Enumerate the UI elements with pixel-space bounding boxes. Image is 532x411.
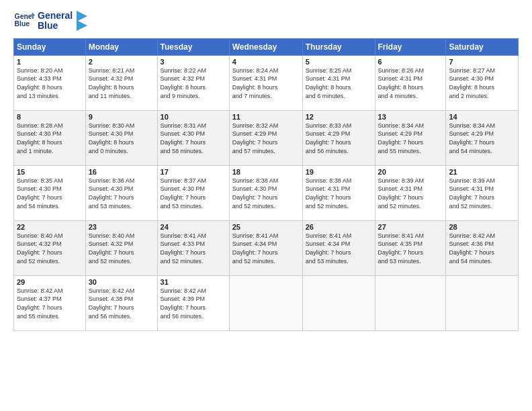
day-number: 1 xyxy=(17,58,83,66)
calendar-week-row: 8Sunrise: 8:28 AM Sunset: 4:30 PM Daylig… xyxy=(14,110,519,165)
calendar-cell: 27Sunrise: 8:41 AM Sunset: 4:35 PM Dayli… xyxy=(375,220,446,275)
col-header-thursday: Thursday xyxy=(302,38,375,55)
calendar-cell: 22Sunrise: 8:40 AM Sunset: 4:32 PM Dayli… xyxy=(14,220,86,275)
calendar-cell: 30Sunrise: 8:42 AM Sunset: 4:38 PM Dayli… xyxy=(85,275,157,330)
calendar-cell: 29Sunrise: 8:42 AM Sunset: 4:37 PM Dayli… xyxy=(14,275,86,330)
calendar-cell: 3Sunrise: 8:22 AM Sunset: 4:32 PM Daylig… xyxy=(157,55,229,110)
calendar-table: SundayMondayTuesdayWednesdayThursdayFrid… xyxy=(13,38,519,331)
calendar-cell: 8Sunrise: 8:28 AM Sunset: 4:30 PM Daylig… xyxy=(14,110,86,165)
day-number: 18 xyxy=(232,168,300,176)
day-info: Sunrise: 8:42 AM Sunset: 4:38 PM Dayligh… xyxy=(89,287,154,320)
day-info: Sunrise: 8:32 AM Sunset: 4:29 PM Dayligh… xyxy=(232,122,300,155)
calendar-cell: 6Sunrise: 8:26 AM Sunset: 4:31 PM Daylig… xyxy=(375,55,446,110)
day-number: 6 xyxy=(378,58,443,66)
day-info: Sunrise: 8:42 AM Sunset: 4:36 PM Dayligh… xyxy=(449,232,515,265)
calendar-cell: 4Sunrise: 8:24 AM Sunset: 4:31 PM Daylig… xyxy=(229,55,302,110)
calendar-cell: 20Sunrise: 8:39 AM Sunset: 4:31 PM Dayli… xyxy=(375,165,446,220)
calendar-cell: 12Sunrise: 8:33 AM Sunset: 4:29 PM Dayli… xyxy=(302,110,375,165)
page: General Blue General Blue SundayMondayTu… xyxy=(0,0,532,411)
calendar-week-row: 1Sunrise: 8:20 AM Sunset: 4:33 PM Daylig… xyxy=(14,55,519,110)
day-info: Sunrise: 8:41 AM Sunset: 4:34 PM Dayligh… xyxy=(232,232,300,265)
day-info: Sunrise: 8:25 AM Sunset: 4:31 PM Dayligh… xyxy=(306,66,372,100)
calendar-cell: 24Sunrise: 8:41 AM Sunset: 4:33 PM Dayli… xyxy=(157,220,229,275)
day-number: 5 xyxy=(306,58,372,66)
col-header-friday: Friday xyxy=(375,38,446,55)
calendar-cell: 31Sunrise: 8:42 AM Sunset: 4:39 PM Dayli… xyxy=(157,275,229,330)
calendar-week-row: 29Sunrise: 8:42 AM Sunset: 4:37 PM Dayli… xyxy=(14,275,519,330)
day-number: 25 xyxy=(232,223,300,231)
day-number: 17 xyxy=(161,168,226,176)
day-number: 24 xyxy=(161,223,226,231)
day-number: 23 xyxy=(89,223,154,231)
day-number: 7 xyxy=(449,58,515,66)
day-number: 28 xyxy=(449,223,515,231)
day-number: 27 xyxy=(378,223,443,231)
day-info: Sunrise: 8:38 AM Sunset: 4:31 PM Dayligh… xyxy=(306,177,372,210)
day-info: Sunrise: 8:39 AM Sunset: 4:31 PM Dayligh… xyxy=(449,177,515,210)
col-header-sunday: Sunday xyxy=(14,38,86,55)
calendar-cell: 25Sunrise: 8:41 AM Sunset: 4:34 PM Dayli… xyxy=(229,220,302,275)
col-header-tuesday: Tuesday xyxy=(157,38,229,55)
day-number: 10 xyxy=(161,113,226,121)
col-header-monday: Monday xyxy=(85,38,157,55)
day-number: 20 xyxy=(378,168,443,176)
day-number: 11 xyxy=(232,113,300,121)
day-info: Sunrise: 8:27 AM Sunset: 4:30 PM Dayligh… xyxy=(449,66,515,100)
calendar-cell: 18Sunrise: 8:38 AM Sunset: 4:30 PM Dayli… xyxy=(229,165,302,220)
day-info: Sunrise: 8:38 AM Sunset: 4:30 PM Dayligh… xyxy=(232,177,300,210)
calendar-cell xyxy=(229,275,302,330)
calendar-cell: 16Sunrise: 8:36 AM Sunset: 4:30 PM Dayli… xyxy=(85,165,157,220)
calendar-cell xyxy=(446,275,519,330)
day-number: 31 xyxy=(161,278,226,286)
day-number: 3 xyxy=(161,58,226,66)
day-info: Sunrise: 8:30 AM Sunset: 4:30 PM Dayligh… xyxy=(89,122,154,155)
day-number: 29 xyxy=(17,278,83,286)
day-info: Sunrise: 8:40 AM Sunset: 4:32 PM Dayligh… xyxy=(89,232,154,265)
calendar-cell: 21Sunrise: 8:39 AM Sunset: 4:31 PM Dayli… xyxy=(446,165,519,220)
day-info: Sunrise: 8:35 AM Sunset: 4:30 PM Dayligh… xyxy=(17,177,83,210)
day-number: 2 xyxy=(89,58,154,66)
day-info: Sunrise: 8:37 AM Sunset: 4:30 PM Dayligh… xyxy=(161,177,226,210)
logo-flag-icon xyxy=(75,11,87,31)
calendar-cell: 14Sunrise: 8:34 AM Sunset: 4:29 PM Dayli… xyxy=(446,110,519,165)
day-info: Sunrise: 8:21 AM Sunset: 4:32 PM Dayligh… xyxy=(89,66,154,100)
calendar-cell xyxy=(375,275,446,330)
day-info: Sunrise: 8:34 AM Sunset: 4:29 PM Dayligh… xyxy=(378,122,443,155)
day-info: Sunrise: 8:36 AM Sunset: 4:30 PM Dayligh… xyxy=(89,177,154,210)
calendar-cell: 17Sunrise: 8:37 AM Sunset: 4:30 PM Dayli… xyxy=(157,165,229,220)
calendar-cell: 19Sunrise: 8:38 AM Sunset: 4:31 PM Dayli… xyxy=(302,165,375,220)
calendar-cell: 2Sunrise: 8:21 AM Sunset: 4:32 PM Daylig… xyxy=(85,55,157,110)
logo-icon: General Blue xyxy=(13,11,35,30)
header: General Blue General Blue xyxy=(13,11,519,32)
day-number: 22 xyxy=(17,223,83,231)
calendar-cell: 9Sunrise: 8:30 AM Sunset: 4:30 PM Daylig… xyxy=(85,110,157,165)
svg-marker-3 xyxy=(77,11,87,21)
logo-blue: Blue xyxy=(38,21,58,31)
calendar-cell: 1Sunrise: 8:20 AM Sunset: 4:33 PM Daylig… xyxy=(14,55,86,110)
calendar-cell: 10Sunrise: 8:31 AM Sunset: 4:30 PM Dayli… xyxy=(157,110,229,165)
day-info: Sunrise: 8:42 AM Sunset: 4:37 PM Dayligh… xyxy=(17,287,83,320)
calendar-cell: 13Sunrise: 8:34 AM Sunset: 4:29 PM Dayli… xyxy=(375,110,446,165)
svg-marker-4 xyxy=(77,20,87,31)
calendar-cell: 26Sunrise: 8:41 AM Sunset: 4:34 PM Dayli… xyxy=(302,220,375,275)
day-info: Sunrise: 8:22 AM Sunset: 4:32 PM Dayligh… xyxy=(161,66,226,100)
calendar-cell: 23Sunrise: 8:40 AM Sunset: 4:32 PM Dayli… xyxy=(85,220,157,275)
day-number: 9 xyxy=(89,113,154,121)
day-number: 30 xyxy=(89,278,154,286)
calendar-cell: 15Sunrise: 8:35 AM Sunset: 4:30 PM Dayli… xyxy=(14,165,86,220)
day-info: Sunrise: 8:26 AM Sunset: 4:31 PM Dayligh… xyxy=(378,66,443,100)
day-number: 13 xyxy=(378,113,443,121)
day-number: 4 xyxy=(232,58,300,66)
day-info: Sunrise: 8:42 AM Sunset: 4:39 PM Dayligh… xyxy=(161,287,226,320)
day-info: Sunrise: 8:41 AM Sunset: 4:34 PM Dayligh… xyxy=(306,232,372,265)
day-number: 19 xyxy=(306,168,372,176)
day-info: Sunrise: 8:39 AM Sunset: 4:31 PM Dayligh… xyxy=(378,177,443,210)
day-info: Sunrise: 8:34 AM Sunset: 4:29 PM Dayligh… xyxy=(449,122,515,155)
day-info: Sunrise: 8:31 AM Sunset: 4:30 PM Dayligh… xyxy=(161,122,226,155)
calendar-cell: 11Sunrise: 8:32 AM Sunset: 4:29 PM Dayli… xyxy=(229,110,302,165)
calendar-cell xyxy=(302,275,375,330)
day-number: 14 xyxy=(449,113,515,121)
calendar-cell: 28Sunrise: 8:42 AM Sunset: 4:36 PM Dayli… xyxy=(446,220,519,275)
day-number: 8 xyxy=(17,113,83,121)
day-number: 12 xyxy=(306,113,372,121)
